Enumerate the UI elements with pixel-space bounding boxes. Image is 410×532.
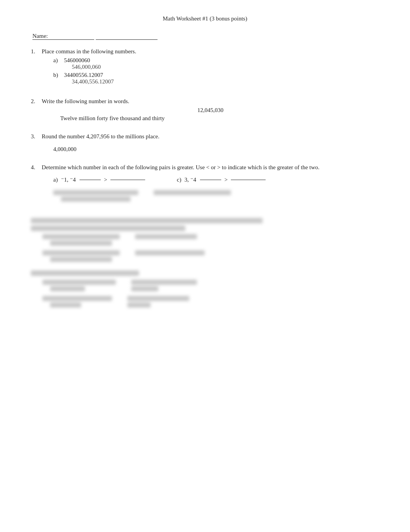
question-5-blurred — [31, 218, 379, 267]
q2-number: 12,045,030 — [42, 107, 379, 114]
q1-b-answer: 34,400,556.12007 — [72, 78, 379, 85]
q1-b-original: 34400556.12007 — [64, 72, 103, 78]
q1-text: Place commas in the following numbers. — [42, 48, 136, 54]
q1-a-label: a) — [53, 57, 63, 64]
q1-num: 1. — [31, 48, 39, 87]
q4-c-label: c) — [177, 177, 181, 183]
q4-c-numbers: 3, ⁻4 — [185, 176, 197, 183]
questions-list: 1. Place commas in the following numbers… — [31, 48, 379, 312]
q2-answer: Twelve million forty five thousand and t… — [60, 115, 379, 122]
q1-a-original: 546000060 — [64, 57, 90, 63]
q4-num: 4. — [31, 164, 39, 206]
page-title: Math Worksheet #1 (3 bonus points) — [31, 15, 379, 22]
q2-text: Write the following number in words. — [42, 98, 129, 104]
q1-b-label: b) — [53, 72, 63, 78]
q4-blurred-row-b — [53, 190, 379, 202]
name-blank[interactable] — [96, 39, 158, 40]
q4-pair-row-1: a) ⁻1, ⁻4 > c) 3, ⁻4 > — [53, 176, 379, 183]
q4-c-blank2[interactable] — [231, 180, 266, 180]
q1-sub-a: a) 546000060 546,000,060 — [53, 57, 379, 70]
q1-sub-b: b) 34400556.12007 34,400,556.12007 — [53, 72, 379, 85]
question-2: 2. Write the following number in words. … — [31, 98, 379, 122]
q4-c-arrow: > — [224, 177, 227, 183]
q1-sub-list: a) 546000060 546,000,060 b) 34400556.120… — [53, 57, 379, 85]
q4-a-blank1[interactable] — [80, 180, 101, 180]
name-line: Name: — [31, 33, 379, 40]
question-3: 3. Round the number 4,207,956 to the mil… — [31, 133, 379, 153]
q4-a-numbers: ⁻1, ⁻4 — [61, 176, 76, 183]
question-1: 1. Place commas in the following numbers… — [31, 48, 379, 87]
q3-num: 3. — [31, 133, 39, 153]
q1-a-answer: 546,000,060 — [72, 64, 379, 70]
q4-pair-c: c) 3, ⁻4 > — [177, 176, 277, 183]
question-4: 4. Determine which number in each of the… — [31, 164, 379, 206]
q3-text: Round the number 4,207,956 to the millio… — [42, 133, 159, 139]
q4-a-label: a) — [53, 177, 58, 183]
q4-text: Determine which number in each of the fo… — [42, 164, 320, 170]
q3-answer: 4,000,000 — [53, 146, 379, 153]
question-6-blurred — [31, 270, 379, 312]
q4-pair-a: a) ⁻1, ⁻4 > — [53, 176, 154, 183]
q4-c-blank1[interactable] — [200, 180, 221, 180]
q4-a-blank2[interactable] — [110, 180, 145, 180]
name-label: Name: — [32, 33, 94, 40]
q4-a-arrow: > — [104, 177, 107, 183]
q2-num: 2. — [31, 98, 39, 122]
q4-pairs: a) ⁻1, ⁻4 > c) 3, ⁻4 > — [53, 176, 379, 202]
